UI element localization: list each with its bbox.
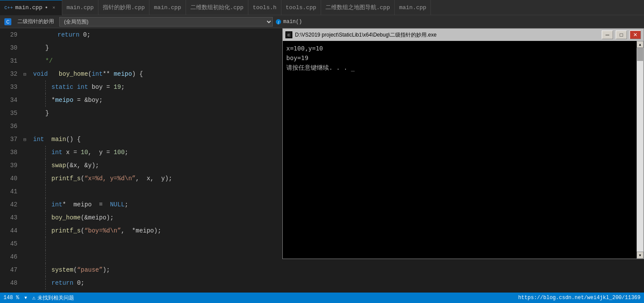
- function-label: main(): [283, 19, 302, 25]
- line-num-48: 48: [0, 276, 17, 290]
- tab-zhizhen[interactable]: 指针的妙用.cpp: [98, 0, 149, 15]
- line-num-29: 29: [0, 28, 17, 41]
- warning-icon: ⚠: [32, 294, 36, 301]
- line-num-33: 33: [0, 81, 17, 94]
- zoom-dropdown-icon[interactable]: ▼: [24, 296, 27, 300]
- fold-icon-37[interactable]: ⊟: [22, 136, 28, 142]
- plain-29: 0;: [79, 28, 90, 41]
- code-line-41: [33, 185, 253, 198]
- tab-main-cpp-active[interactable]: C++ main.cpp • ×: [0, 0, 62, 15]
- tab-label: main.cpp: [67, 4, 94, 11]
- function-indicator: f main(): [275, 19, 302, 25]
- scroll-up-arrow[interactable]: ▲: [637, 41, 644, 48]
- tab-tools-h[interactable]: tools.h: [248, 0, 281, 15]
- console-scrollbar: ▲ ▼: [637, 41, 644, 259]
- project-name: 二级指针的妙用: [15, 17, 57, 26]
- code-line-44: printf_s ( “boy=%d\n” , *meipo);: [33, 224, 253, 237]
- tab-modified-dot: •: [44, 4, 48, 11]
- code-line-40: printf_s ( “x=%d, y=%d\n” , x, y);: [33, 172, 253, 185]
- plain-30: }: [45, 41, 49, 54]
- console-restore-button[interactable]: □: [616, 30, 627, 39]
- tab-label: 二维数组之地图导航.cpp: [325, 3, 390, 11]
- tab-main-cpp-3[interactable]: main.cpp: [149, 0, 186, 15]
- tab-2d-init[interactable]: 二维数组初始化.cpp: [186, 0, 248, 15]
- console-close-button[interactable]: ✕: [630, 30, 641, 39]
- tab-label: main.cpp: [399, 4, 426, 11]
- tab-2d-nav[interactable]: 二维数组之地图导航.cpp: [321, 0, 395, 15]
- line-num-36: 36: [0, 120, 17, 133]
- code-line-42: int * meipo = NULL ;: [33, 198, 253, 211]
- scope-select[interactable]: (全局范围): [59, 17, 273, 27]
- console-minimize-button[interactable]: ─: [602, 30, 613, 39]
- code-line-36: [33, 120, 253, 133]
- kw-int-32: int: [92, 67, 102, 81]
- code-line-48: return 0;: [33, 276, 253, 290]
- tab-label: 二维数组初始化.cpp: [190, 3, 244, 11]
- code-line-29: return 0;: [33, 28, 253, 41]
- code-line-35: }: [33, 107, 253, 120]
- tab-tools-cpp[interactable]: tools.cpp: [281, 0, 321, 15]
- tab-close-icon[interactable]: ×: [51, 4, 58, 11]
- svg-text:C: C: [288, 33, 290, 37]
- line-num-42: 42: [0, 198, 17, 211]
- code-editor: 29 30 31 32 33 34 35 36 37 38 39 40 41 4…: [0, 28, 253, 293]
- console-line-3: 请按任意键继续. . . _: [286, 63, 640, 72]
- console-title-icon: C: [285, 31, 292, 38]
- line-num-49: 49: [0, 290, 17, 293]
- kw-static: static: [51, 81, 73, 94]
- code-line-38: int x = 10 , y = 100 ;: [33, 146, 253, 159]
- project-icon: C: [3, 17, 12, 26]
- tab-main-cpp-4[interactable]: main.cpp: [395, 0, 431, 15]
- code-line-49: }: [33, 290, 253, 293]
- warning-text: 未找到相关问题: [37, 294, 74, 302]
- scroll-track[interactable]: [637, 48, 643, 252]
- tab-label: 指针的妙用.cpp: [103, 3, 145, 11]
- num-19: 19: [114, 81, 121, 94]
- code-gutter: ⊟ ⊟: [22, 28, 30, 293]
- line-num-47: 47: [0, 263, 17, 276]
- code-line-45: [33, 237, 253, 250]
- line-num-32: 32: [0, 67, 17, 81]
- code-lines[interactable]: return 0; } */ void boy_home: [30, 28, 253, 293]
- scroll-thumb[interactable]: [637, 48, 643, 61]
- code-area: 29 30 31 32 33 34 35 36 37 38 39 40 41 4…: [0, 28, 253, 293]
- line-num-38: 38: [0, 146, 17, 159]
- toolbar: C 二级指针的妙用 (全局范围) f main(): [0, 15, 644, 28]
- code-line-33: static int boy = 19 ;: [33, 81, 253, 94]
- kw-int-38: int: [51, 146, 62, 159]
- fn-boy-home: boy_home: [59, 67, 88, 81]
- kw-void: void: [33, 67, 48, 81]
- fold-icon-32[interactable]: ⊟: [22, 71, 28, 77]
- code-line-34: * meipo = &boy;: [33, 94, 253, 107]
- tab-bar: C++ main.cpp • × main.cpp 指针的妙用.cpp main…: [0, 0, 644, 15]
- line-num-30: 30: [0, 41, 17, 54]
- scroll-down-arrow[interactable]: ▼: [637, 252, 644, 259]
- line-num-46: 46: [0, 250, 17, 263]
- zoom-level: 148 %: [3, 295, 19, 301]
- tab-main-cpp-2[interactable]: main.cpp: [62, 0, 98, 15]
- code-line-46: [33, 250, 253, 263]
- code-line-31: */: [33, 54, 253, 67]
- code-line-30: }: [33, 41, 253, 54]
- main-content: 29 30 31 32 33 34 35 36 37 38 39 40 41 4…: [0, 28, 644, 293]
- tab-label: tools.cpp: [286, 4, 316, 11]
- tab-icon: C++: [4, 5, 13, 10]
- code-line-32: void boy_home ( int ** meipo ) {: [33, 67, 253, 81]
- tab-label: main.cpp: [15, 4, 42, 11]
- param-meipo: meipo: [114, 67, 132, 81]
- console-line-1: x=100,y=10: [286, 44, 640, 53]
- comment-31: */: [45, 54, 53, 67]
- line-num-41: 41: [0, 185, 17, 198]
- line-num-44: 44: [0, 224, 17, 237]
- line-num-37: 37: [0, 133, 17, 146]
- tab-label: main.cpp: [154, 4, 181, 11]
- svg-text:C: C: [6, 20, 9, 24]
- console-output: x=100,y=10 boy=19 请按任意键继续. . . _: [283, 41, 644, 259]
- code-line-37: int main () {: [33, 133, 253, 146]
- console-titlebar: C D:\VS2019 project\StaticLib1\x64\Debug…: [283, 29, 644, 41]
- line-numbers: 29 30 31 32 33 34 35 36 37 38 39 40 41 4…: [0, 28, 22, 293]
- status-right: https://blog.csdn.net/wei4jkl_200/11369: [518, 295, 641, 301]
- fn-main: main: [51, 133, 66, 146]
- kw-int-37: int: [33, 133, 44, 146]
- status-bar: 148 % ▼ ⚠ 未找到相关问题 https://blog.csdn.net/…: [0, 293, 644, 303]
